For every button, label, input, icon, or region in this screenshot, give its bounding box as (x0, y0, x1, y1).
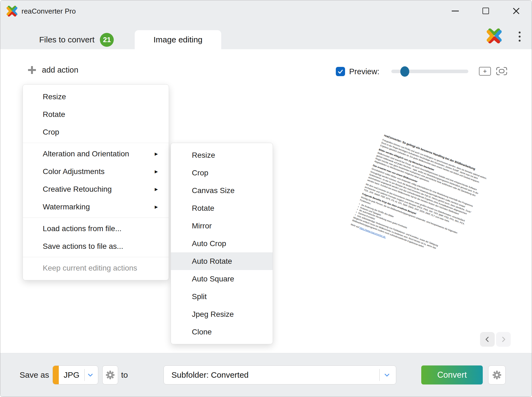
preview-zoom-slider-thumb[interactable] (400, 66, 409, 77)
destination-value: Subfolder: Converted (171, 366, 249, 384)
menu-item-label: Rotate (43, 110, 65, 119)
app-window: reaConverter Pro Files to convert 21 Ima… (0, 0, 532, 397)
gear-icon (106, 370, 115, 380)
fullscreen-button[interactable] (496, 66, 508, 76)
next-image-button[interactable] (496, 332, 511, 347)
maximize-button[interactable] (478, 4, 493, 18)
add-action-menu: Resize Rotate Crop Alteration and Orient… (23, 84, 169, 280)
menu-item-label: Save actions to file as... (43, 242, 123, 251)
submenu-item[interactable]: Crop (171, 164, 273, 182)
submenu-item[interactable]: Jpeg Resize (171, 305, 273, 323)
menu-item[interactable]: Watermarking ▶ (23, 198, 169, 216)
more-options-button[interactable] (514, 30, 525, 43)
submenu-item-label: Split (192, 292, 207, 301)
alteration-submenu: Resize Crop Canvas Size Rotate Mirror Au… (171, 143, 273, 344)
chevron-right-icon: ▶ (155, 204, 158, 209)
divider (379, 369, 380, 381)
maximize-icon (482, 8, 489, 14)
close-icon (512, 7, 521, 15)
menu-item[interactable]: Crop (23, 123, 169, 141)
tab-label: Image editing (153, 35, 202, 44)
previous-image-button[interactable] (480, 332, 495, 347)
minimize-button[interactable] (448, 4, 463, 18)
menu-item: Keep current editing actions (23, 259, 169, 277)
convert-settings-button[interactable] (488, 365, 506, 384)
chevron-down-icon (384, 373, 390, 377)
chevron-right-icon: ▶ (155, 187, 158, 192)
submenu-item[interactable]: Auto Crop (171, 235, 273, 252)
submenu-item-label: Auto Rotate (192, 257, 232, 266)
menu-item-label: Keep current editing actions (43, 264, 137, 272)
format-settings-button[interactable] (102, 365, 118, 384)
tab-files-to-convert[interactable]: Files to convert 21 (39, 30, 114, 49)
app-logo-icon (6, 5, 18, 17)
menu-item[interactable] (23, 257, 169, 257)
header: reaConverter Pro Files to convert 21 Ima… (0, 0, 532, 49)
chevron-right-icon: ▶ (155, 169, 158, 174)
footer-bar: Save as JPG to (0, 353, 532, 397)
chevron-right-icon: ▶ (155, 151, 158, 156)
kebab-dot-icon (519, 32, 521, 33)
fullscreen-icon (496, 66, 508, 76)
gear-icon (492, 370, 502, 380)
submenu-item[interactable]: Canvas Size (171, 182, 273, 199)
menu-item[interactable]: Creative Retouching ▶ (23, 180, 169, 198)
convert-button-label: Convert (437, 370, 467, 380)
submenu-item[interactable]: Split (171, 288, 273, 305)
menu-item[interactable] (23, 218, 169, 218)
menu-item[interactable]: Resize (23, 88, 169, 106)
window-title: reaConverter Pro (21, 7, 76, 15)
to-label: to (121, 370, 128, 380)
add-action-button[interactable]: add action (28, 66, 78, 75)
tab-image-editing[interactable]: Image editing (135, 30, 221, 49)
destination-select[interactable]: Subfolder: Converted (164, 365, 396, 384)
minimize-icon (452, 11, 459, 11)
menu-item-label: Crop (43, 128, 59, 137)
submenu-item-label: Clone (192, 328, 212, 336)
menu-item[interactable]: Alteration and Orientation ▶ (23, 145, 169, 163)
file-count-badge: 21 (100, 33, 114, 47)
menu-item-label: Watermarking (43, 203, 90, 211)
submenu-item[interactable]: Resize (171, 146, 273, 164)
zoom-in-button[interactable]: + (479, 67, 491, 76)
menu-item[interactable]: Color Adjustments ▶ (23, 163, 169, 180)
submenu-item-label: Rotate (192, 204, 214, 213)
output-format-value: JPG (59, 366, 84, 384)
menu-item-label: Load actions from file... (43, 224, 121, 233)
submenu-item-label: Crop (192, 169, 208, 177)
chevron-right-icon (500, 336, 506, 342)
close-button[interactable] (509, 4, 524, 18)
divider (84, 369, 85, 381)
menu-item[interactable] (23, 143, 169, 143)
convert-button[interactable]: Convert (421, 365, 483, 384)
preview-document: reaConverter: So gelingt ein besseres Ha… (350, 134, 490, 266)
submenu-item-label: Auto Crop (192, 239, 226, 248)
menu-item[interactable]: Load actions from file... (23, 220, 169, 237)
menu-item-label: Creative Retouching (43, 185, 112, 194)
save-as-label: Save as (20, 370, 49, 380)
menu-item-label: Color Adjustments (43, 167, 104, 176)
preview-checkbox[interactable] (336, 67, 345, 76)
format-accent-strip (53, 366, 59, 384)
submenu-item[interactable]: Clone (171, 323, 273, 341)
chevron-left-icon (484, 336, 490, 342)
menu-item-label: Resize (43, 92, 66, 101)
submenu-item[interactable]: Auto Rotate (171, 252, 273, 270)
kebab-dot-icon (519, 36, 521, 38)
kebab-dot-icon (519, 40, 521, 42)
submenu-item-label: Canvas Size (192, 186, 235, 195)
plus-icon: + (483, 67, 487, 75)
menu-item[interactable]: Save actions to file as... (23, 237, 169, 255)
preview-label: Preview: (349, 67, 379, 76)
menu-item[interactable]: Rotate (23, 106, 169, 123)
plus-icon (28, 66, 36, 74)
add-action-label: add action (42, 66, 78, 75)
submenu-item-label: Mirror (192, 222, 212, 230)
submenu-item-label: Jpeg Resize (192, 310, 234, 319)
tab-label: Files to convert (39, 35, 94, 44)
submenu-item[interactable]: Auto Square (171, 270, 273, 288)
submenu-item[interactable]: Rotate (171, 199, 273, 217)
submenu-item[interactable]: Mirror (171, 217, 273, 235)
chevron-down-icon (88, 373, 93, 377)
output-format-select[interactable]: JPG (53, 365, 98, 384)
